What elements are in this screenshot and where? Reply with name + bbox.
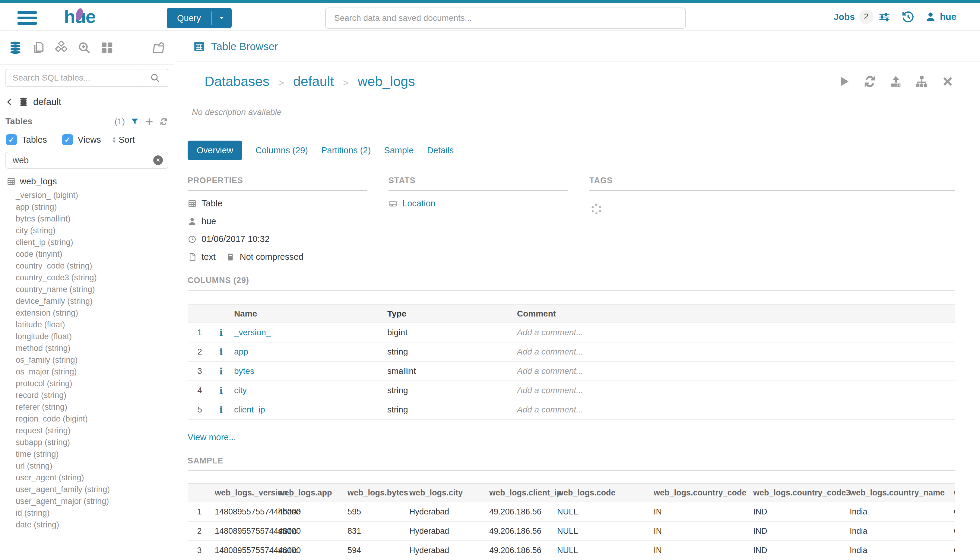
clear-filter-icon[interactable]: ✕ — [153, 155, 163, 165]
tree-column-item[interactable]: longitude (float) — [7, 331, 168, 342]
refresh-tables-icon[interactable] — [159, 117, 168, 126]
documents-icon[interactable] — [32, 41, 45, 55]
breadcrumb-table[interactable]: web_logs — [358, 73, 415, 89]
column-name-link[interactable]: client_ip — [234, 405, 265, 414]
tree-column-item[interactable]: device_family (string) — [7, 295, 168, 307]
tree-column-item[interactable]: app (string) — [7, 201, 168, 213]
hue-logo[interactable]: hue — [64, 6, 95, 27]
apps-grid-icon[interactable] — [100, 41, 114, 55]
jobs-label: Jobs — [834, 12, 855, 22]
clock-icon — [188, 235, 197, 244]
tab-columns[interactable]: Columns (29) — [256, 141, 308, 160]
import-upload-icon[interactable] — [889, 75, 903, 88]
sort-control[interactable]: ▲▼ Sort — [112, 135, 135, 145]
tree-column-item[interactable]: user_agent_family (string) — [7, 484, 168, 495]
tree-column-item[interactable]: time (string) — [7, 448, 168, 460]
tab-partitions[interactable]: Partitions (2) — [321, 141, 371, 160]
tree-column-item[interactable]: url (string) — [7, 460, 168, 472]
tree-column-item[interactable]: record (string) — [7, 390, 168, 401]
info-icon[interactable] — [219, 347, 223, 357]
folder-documents-icon[interactable] — [151, 41, 165, 55]
tree-column-item[interactable]: extension (string) — [7, 307, 168, 319]
tree-column-item[interactable]: country_name (string) — [7, 283, 168, 295]
column-comment[interactable]: Add a comment... — [513, 323, 955, 342]
info-icon[interactable] — [219, 405, 223, 415]
info-icon[interactable] — [219, 366, 223, 377]
table-filter-input[interactable] — [6, 155, 153, 165]
tree-column-item[interactable]: protocol (string) — [7, 378, 168, 390]
sliders-icon[interactable] — [878, 10, 891, 23]
tree-column-item[interactable]: _version_ (bigint) — [7, 190, 168, 201]
tree-column-item[interactable]: user_agent_major (string) — [7, 495, 168, 507]
tree-column-item[interactable]: os_family (string) — [7, 354, 168, 366]
column-name-link[interactable]: app — [234, 347, 248, 356]
tree-column-item[interactable]: date (string) — [7, 519, 168, 531]
tree-table-web-logs[interactable]: web_logs — [7, 177, 168, 187]
hamburger-menu-icon[interactable] — [18, 11, 37, 27]
views-checkbox[interactable] — [62, 134, 73, 145]
breadcrumb-database[interactable]: default — [293, 73, 334, 89]
lineage-sitemap-icon[interactable] — [915, 75, 929, 88]
column-name-link[interactable]: city — [234, 386, 247, 395]
column-name-link[interactable]: _version_ — [234, 328, 271, 337]
info-icon[interactable] — [219, 385, 223, 396]
user-menu[interactable]: hue — [925, 11, 957, 23]
query-dropdown-caret[interactable] — [212, 15, 232, 22]
column-row-number: 1 — [188, 323, 212, 342]
zoom-explore-icon[interactable] — [77, 41, 91, 55]
jobs-link[interactable]: Jobs 2 — [834, 10, 891, 24]
tree-column-item[interactable]: request (string) — [7, 425, 168, 437]
sql-assist-database-icon[interactable] — [8, 41, 22, 55]
sample-cell-country-name: India — [846, 541, 950, 560]
query-play-icon[interactable] — [837, 75, 851, 88]
info-icon[interactable] — [219, 327, 223, 338]
tree-column-item[interactable]: latitude (float) — [7, 319, 168, 331]
column-type: string — [384, 400, 513, 419]
query-button[interactable]: Query — [167, 8, 232, 28]
column-comment[interactable]: Add a comment... — [513, 362, 955, 381]
tree-column-item[interactable]: country_code3 (string) — [7, 272, 168, 283]
tree-column-item[interactable]: region_code (bigint) — [7, 413, 168, 425]
global-search-input[interactable] — [326, 8, 685, 28]
tables-checkbox[interactable] — [6, 134, 17, 145]
column-comment[interactable]: Add a comment... — [513, 381, 955, 400]
column-comment[interactable]: Add a comment... — [513, 400, 955, 419]
tab-details[interactable]: Details — [427, 141, 454, 160]
back-chevron-icon[interactable] — [5, 98, 14, 106]
functions-cubes-icon[interactable] — [54, 41, 68, 55]
refresh-icon[interactable] — [863, 75, 877, 88]
tab-overview[interactable]: Overview — [188, 141, 242, 160]
view-more-link[interactable]: View more... — [188, 432, 955, 442]
tree-column-item[interactable]: country_code (string) — [7, 260, 168, 272]
tree-column-item[interactable]: code (tinyint) — [7, 248, 168, 260]
column-row-number: 3 — [188, 362, 212, 381]
tree-column-item[interactable]: subapp (string) — [7, 437, 168, 448]
tree-column-item[interactable]: referer (string) — [7, 401, 168, 413]
tree-column-item[interactable]: user_agent (string) — [7, 472, 168, 484]
tree-column-item[interactable]: bytes (smallint) — [7, 213, 168, 225]
close-icon[interactable] — [941, 75, 955, 88]
tree-column-item[interactable]: client_ip (string) — [7, 237, 168, 248]
tree-table-name[interactable]: web_logs — [20, 177, 57, 187]
tree-column-item[interactable]: id (string) — [7, 507, 168, 519]
breadcrumb-databases[interactable]: Databases — [205, 73, 270, 89]
add-table-plus-icon[interactable] — [145, 117, 154, 126]
sql-tables-search-input[interactable] — [6, 69, 142, 86]
global-search — [325, 8, 686, 29]
tree-column-item[interactable]: city (string) — [7, 225, 168, 237]
sql-tables-search-button[interactable] — [142, 69, 168, 86]
tab-sample[interactable]: Sample — [384, 141, 414, 160]
property-type-value: Table — [201, 198, 222, 208]
table-description[interactable]: No description available — [192, 107, 955, 117]
filter-funnel-icon[interactable] — [130, 117, 139, 126]
column-name-link[interactable]: bytes — [234, 366, 254, 376]
sample-row-number: 2 — [188, 522, 211, 541]
database-breadcrumb-row[interactable]: default — [5, 97, 168, 107]
columns-header-name: Name — [230, 305, 384, 323]
location-link[interactable]: Location — [403, 198, 436, 208]
tree-column-item[interactable]: os_major (string) — [7, 366, 168, 378]
database-name[interactable]: default — [33, 97, 61, 107]
tree-column-item[interactable]: method (string) — [7, 342, 168, 354]
column-comment[interactable]: Add a comment... — [513, 342, 955, 362]
history-icon[interactable] — [901, 10, 915, 23]
